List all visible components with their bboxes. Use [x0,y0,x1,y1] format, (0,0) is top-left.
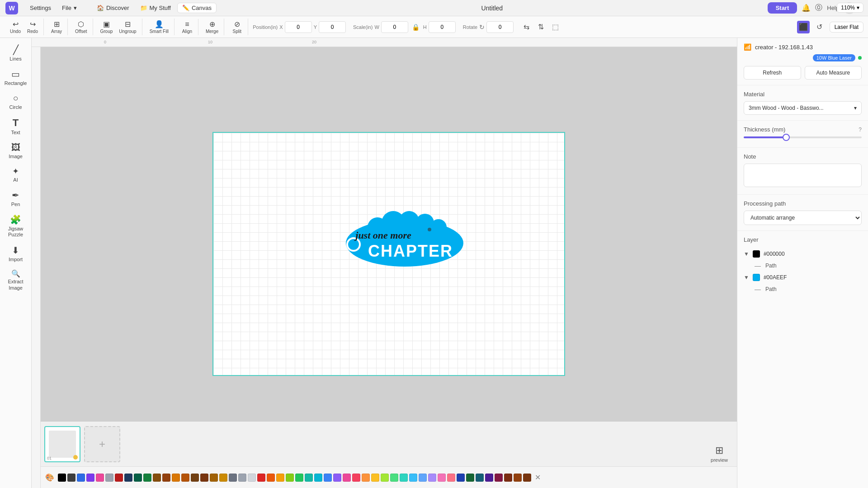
nav-my-stuff[interactable]: 📁 My Stuff [136,3,175,13]
color-swatch-47[interactable] [504,474,512,482]
flip-v-button[interactable]: ⇅ [534,21,547,33]
color-swatch-11[interactable] [162,474,170,482]
nav-discover[interactable]: 🏠 Discover [92,3,134,13]
color-swatch-49[interactable] [523,474,531,482]
lock-icon[interactable]: 🔒 [410,23,421,32]
auto-measure-button[interactable]: Auto Measure [805,66,862,80]
smart-fill-button[interactable]: 👤 Smart Fill [147,19,171,35]
color-swatch-6[interactable] [115,474,123,482]
nav-canvas[interactable]: ✏️ Canvas [177,3,217,13]
start-button[interactable]: Start [768,2,797,14]
color-swatch-32[interactable] [362,474,370,482]
h-input[interactable] [429,21,456,33]
color-swatch-35[interactable] [390,474,398,482]
color-swatch-3[interactable] [86,474,94,482]
thumbnail-1[interactable]: 01 [44,426,80,462]
color-swatch-5[interactable] [105,474,113,482]
color-swatch-23[interactable] [276,474,284,482]
sidebar-item-image[interactable]: 🖼 Image [3,140,29,162]
color-swatch-20[interactable] [248,474,256,482]
nav-item-file[interactable]: File ▾ [57,3,81,13]
laser-preset-select[interactable]: Laser Flat [830,22,863,33]
color-swatch-25[interactable] [295,474,303,482]
sidebar-item-rectangle[interactable]: ▭ Rectangle [3,66,29,89]
color-swatch-2[interactable] [77,474,85,482]
preview-button[interactable]: ⊞ preview [711,445,728,463]
layer-sub-cyan-path[interactable]: — Path [744,284,862,295]
color-swatch-38[interactable] [419,474,427,482]
color-swatch-46[interactable] [495,474,503,482]
sidebar-item-text[interactable]: T Text [3,114,29,138]
array-button[interactable]: ⊞ Array [48,19,65,35]
color-swatch-7[interactable] [124,474,132,482]
transform-button[interactable]: ⬚ [549,21,561,33]
sidebar-item-circle[interactable]: ○ Circle [3,90,29,113]
redo-button[interactable]: ↪ Redo [24,19,41,35]
layer-sub-black-path[interactable]: — Path [744,260,862,271]
canvas-container[interactable]: just one more CHAPTER [41,47,737,461]
color-swatch-17[interactable] [219,474,227,482]
canvas-area[interactable]: 0 10 20 [32,38,737,488]
color-swatch-15[interactable] [200,474,208,482]
color-swatch-31[interactable] [352,474,360,482]
color-swatch-24[interactable] [286,474,294,482]
sidebar-item-lines[interactable]: ╱ Lines [3,42,29,64]
color-swatch-0[interactable] [58,474,66,482]
color-swatch-44[interactable] [476,474,484,482]
rotate-input[interactable] [486,21,514,33]
color-swatch-9[interactable] [143,474,151,482]
canvas-artwork[interactable]: just one more CHAPTER [335,209,470,274]
color-swatch-45[interactable] [485,474,493,482]
color-picker-icon[interactable]: ⬛ [797,21,810,33]
y-input[interactable] [319,21,346,33]
flip-h-button[interactable]: ⇆ [520,21,533,33]
layer-item-black[interactable]: ▼ #000000 [744,248,862,260]
color-swatch-8[interactable] [134,474,142,482]
color-swatch-27[interactable] [314,474,322,482]
color-swatch-41[interactable] [447,474,455,482]
color-swatch-33[interactable] [371,474,379,482]
thickness-slider[interactable]: 3 [744,136,862,138]
layer-chevron-cyan[interactable]: ▼ [744,274,749,281]
color-swatch-37[interactable] [409,474,417,482]
nav-item-settings[interactable]: Settings [25,3,56,13]
canvas-workspace[interactable]: just one more CHAPTER [212,132,565,376]
color-swatch-22[interactable] [267,474,275,482]
sidebar-item-import[interactable]: ⬇ Import [3,242,29,265]
layer-chevron-black[interactable]: ▼ [744,251,749,257]
color-swatch-36[interactable] [400,474,408,482]
palette-close-icon[interactable]: ✕ [535,473,541,482]
sidebar-item-jigsaw[interactable]: 🧩 Jigsaw Puzzle [3,211,29,240]
color-swatch-48[interactable] [514,474,522,482]
color-swatch-10[interactable] [153,474,161,482]
color-swatch-16[interactable] [210,474,218,482]
help-icon[interactable]: ⓪ [815,3,822,13]
color-swatch-26[interactable] [305,474,313,482]
sidebar-item-ai[interactable]: ✦ AI [3,164,29,185]
color-swatch-21[interactable] [257,474,265,482]
x-input[interactable] [285,21,312,33]
note-input[interactable] [744,164,862,187]
layer-item-cyan[interactable]: ▼ #00AEEF [744,271,862,284]
notification-icon[interactable]: 🔔 [802,4,811,12]
merge-button[interactable]: ⊕ Merge [203,19,221,35]
processing-path-select[interactable]: Automatic arrange [744,211,862,225]
color-swatch-42[interactable] [457,474,465,482]
undo-button[interactable]: ↩ Undo [7,19,24,35]
color-swatch-34[interactable] [381,474,389,482]
group-button[interactable]: ▣ Group [98,19,116,35]
material-select[interactable]: 3mm Wood - Wood - Basswo... ▾ [744,101,862,115]
color-swatch-1[interactable] [67,474,75,482]
refresh-canvas-icon[interactable]: ↺ [813,21,826,33]
palette-icon[interactable]: 🎨 [45,473,54,482]
refresh-button[interactable]: Refresh [744,66,801,80]
thickness-slider-thumb[interactable] [783,134,790,141]
color-swatch-29[interactable] [333,474,341,482]
split-button[interactable]: ⊘ Split [229,19,245,35]
color-swatch-12[interactable] [172,474,180,482]
color-swatch-18[interactable] [229,474,237,482]
w-input[interactable] [381,21,408,33]
color-swatch-13[interactable] [181,474,189,482]
color-swatch-40[interactable] [438,474,446,482]
color-swatch-19[interactable] [238,474,246,482]
